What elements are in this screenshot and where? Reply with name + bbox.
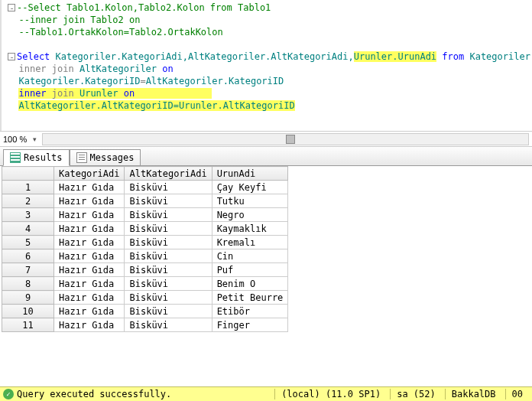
table-row[interactable]: 3Hazır GıdaBisküviNegro bbox=[2, 208, 288, 222]
cell[interactable]: Hazır Gıda bbox=[54, 318, 125, 332]
code-highlight: AltKategoriler.AltKategoriID=Urunler.Alt… bbox=[18, 100, 294, 111]
table-row[interactable]: 2Hazır GıdaBisküviTutku bbox=[2, 194, 288, 208]
cell[interactable]: Bisküvi bbox=[125, 263, 212, 277]
code-kw: on bbox=[124, 88, 135, 99]
code-kw: on bbox=[162, 64, 173, 74]
code-tbl: AltKategoriler bbox=[74, 64, 163, 74]
cell[interactable]: Bisküvi bbox=[125, 194, 212, 208]
cell[interactable]: Hazır Gıda bbox=[54, 277, 125, 291]
cell[interactable]: Benim O bbox=[212, 277, 288, 291]
cell[interactable]: Bisküvi bbox=[125, 318, 212, 332]
cell[interactable]: Hazır Gıda bbox=[54, 236, 125, 249]
cell[interactable]: Negro bbox=[212, 208, 288, 222]
tab-messages[interactable]: Messages bbox=[70, 149, 141, 165]
code-kw: join bbox=[47, 88, 74, 99]
table-row[interactable]: 7Hazır GıdaBisküviPuf bbox=[2, 263, 288, 277]
code-tbl: Kategoriler bbox=[464, 51, 530, 62]
status-rowcount: 00 bbox=[505, 389, 529, 399]
tab-label: Results bbox=[24, 152, 63, 163]
table-row[interactable]: 1Hazır GıdaBisküviÇay Keyfi bbox=[2, 181, 288, 194]
code-kw: Select bbox=[17, 51, 50, 62]
status-db: BakkalDB bbox=[445, 389, 502, 399]
cell[interactable]: Bisküvi bbox=[125, 249, 212, 263]
code-line: --Tablo1.OrtakKolon=Tablo2.OrtakKolon bbox=[18, 27, 222, 37]
table-row[interactable]: 8Hazır GıdaBisküviBenim O bbox=[2, 277, 288, 291]
status-message: Query executed successfully. bbox=[17, 389, 171, 399]
cell[interactable]: Cin bbox=[212, 249, 288, 263]
horizontal-scrollbar[interactable] bbox=[42, 133, 529, 145]
code-op: = bbox=[140, 76, 145, 86]
cell[interactable]: Bisküvi bbox=[125, 236, 212, 249]
row-number[interactable]: 3 bbox=[2, 208, 54, 222]
cell[interactable]: Tutku bbox=[212, 194, 288, 208]
cell[interactable]: Hazır Gıda bbox=[54, 305, 125, 318]
code-line: --Select Tablo1.Kolon,Tablo2.Kolon from … bbox=[17, 2, 271, 13]
column-header[interactable]: AltKategoriAdi bbox=[125, 167, 212, 181]
table-row[interactable]: 5Hazır GıdaBisküviKremalı bbox=[2, 236, 288, 249]
corner-header[interactable] bbox=[2, 167, 54, 181]
fold-icon[interactable] bbox=[8, 4, 15, 11]
code-kw: inner join bbox=[18, 64, 73, 74]
cell[interactable]: Etibör bbox=[212, 305, 288, 318]
row-number[interactable]: 1 bbox=[2, 181, 54, 194]
row-number[interactable]: 7 bbox=[2, 263, 54, 277]
cell[interactable]: Hazır Gıda bbox=[54, 181, 125, 194]
code-line: --inner join Tablo2 on bbox=[18, 15, 140, 25]
cell[interactable]: Bisküvi bbox=[125, 208, 212, 222]
status-user: sa (52) bbox=[390, 389, 442, 399]
cell[interactable]: Hazır Gıda bbox=[54, 263, 125, 277]
cell[interactable]: Bisküvi bbox=[125, 305, 212, 318]
cell[interactable]: Hazır Gıda bbox=[54, 249, 125, 263]
code-kw: inner bbox=[18, 88, 46, 99]
table-row[interactable]: 4Hazır GıdaBisküviKaymaklık bbox=[2, 222, 288, 236]
tab-label: Messages bbox=[90, 152, 135, 163]
cell[interactable]: Kremalı bbox=[212, 236, 288, 249]
status-bar: ✓ Query executed successfully. (local) (… bbox=[0, 386, 532, 401]
table-row[interactable]: 10Hazır GıdaBisküviEtibör bbox=[2, 305, 288, 318]
cell[interactable]: Hazır Gıda bbox=[54, 208, 125, 222]
cell[interactable]: Finger bbox=[212, 318, 288, 332]
cell[interactable]: Kaymaklık bbox=[212, 222, 288, 236]
code-highlight: Urunler.UrunAdi bbox=[354, 51, 436, 62]
code-tbl: Urunler bbox=[74, 88, 124, 99]
row-number[interactable]: 9 bbox=[2, 291, 54, 305]
cell[interactable]: Bisküvi bbox=[125, 181, 212, 194]
fold-icon[interactable] bbox=[8, 53, 15, 60]
grid-icon bbox=[10, 152, 21, 163]
status-server: (local) (11.0 SP1) bbox=[274, 389, 387, 399]
cell[interactable]: Bisküvi bbox=[125, 277, 212, 291]
row-number[interactable]: 10 bbox=[2, 305, 54, 318]
result-tabs: Results Messages bbox=[0, 146, 532, 166]
cell[interactable]: Çay Keyfi bbox=[212, 181, 288, 194]
column-header[interactable]: KategoriAdi bbox=[54, 167, 125, 181]
cell[interactable]: Bisküvi bbox=[125, 222, 212, 236]
results-grid[interactable]: KategoriAdiAltKategoriAdiUrunAdi 1Hazır … bbox=[0, 166, 532, 386]
row-number[interactable]: 4 bbox=[2, 222, 54, 236]
cell[interactable]: Puf bbox=[212, 263, 288, 277]
table-row[interactable]: 9Hazır GıdaBisküviPetit Beurre bbox=[2, 291, 288, 305]
code-col: Kategoriler.KategoriID bbox=[18, 76, 140, 86]
column-header[interactable]: UrunAdi bbox=[212, 167, 288, 181]
row-number[interactable]: 2 bbox=[2, 194, 54, 208]
code-cols: Kategoriler.KategoriAdi,AltKategoriler.A… bbox=[50, 51, 353, 62]
code-kw: from bbox=[436, 51, 464, 62]
messages-icon bbox=[76, 152, 87, 163]
success-icon: ✓ bbox=[3, 389, 14, 399]
cell[interactable]: Petit Beurre bbox=[212, 291, 288, 305]
table-row[interactable]: 6Hazır GıdaBisküviCin bbox=[2, 249, 288, 263]
cell[interactable]: Bisküvi bbox=[125, 291, 212, 305]
row-number[interactable]: 8 bbox=[2, 277, 54, 291]
zoom-bar: 100 % ▾ bbox=[0, 131, 532, 146]
row-number[interactable]: 6 bbox=[2, 249, 54, 263]
zoom-label[interactable]: 100 % bbox=[3, 135, 27, 144]
row-number[interactable]: 5 bbox=[2, 236, 54, 249]
row-number[interactable]: 11 bbox=[2, 318, 54, 332]
zoom-dropdown-icon[interactable]: ▾ bbox=[30, 135, 39, 144]
cell[interactable]: Hazır Gıda bbox=[54, 291, 125, 305]
table-row[interactable]: 11Hazır GıdaBisküviFinger bbox=[2, 318, 288, 332]
code-col: AltKategoriler.KategoriID bbox=[146, 76, 284, 86]
cell[interactable]: Hazır Gıda bbox=[54, 222, 125, 236]
cell[interactable]: Hazır Gıda bbox=[54, 194, 125, 208]
tab-results[interactable]: Results bbox=[3, 149, 70, 166]
sql-editor[interactable]: --Select Tablo1.Kolon,Tablo2.Kolon from … bbox=[0, 0, 532, 131]
